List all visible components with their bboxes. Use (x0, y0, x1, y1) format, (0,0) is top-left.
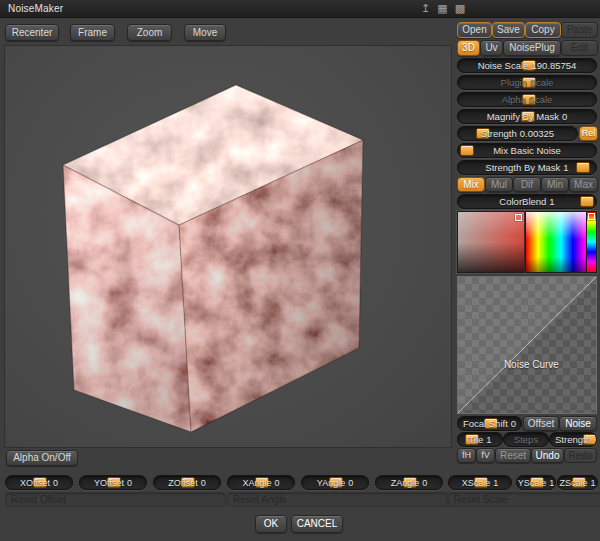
slider-handle[interactable] (460, 145, 474, 156)
strength-by-mask-value: 1 (563, 162, 568, 173)
yoffset-label: YOffset (94, 478, 124, 488)
plugin-scale-slider: Plugin Scale (457, 75, 597, 90)
mode-3d-button[interactable]: 3D (457, 40, 480, 56)
strength-slider[interactable]: Strength 0.00325 (457, 126, 578, 141)
redo-button: Redo (564, 448, 597, 463)
grid-icon[interactable]: ▦ (437, 2, 447, 15)
xangle-slider[interactable]: XAngle 0 (227, 475, 295, 490)
zoffset-label: ZOffset (168, 478, 197, 488)
ok-button[interactable]: OK (255, 515, 287, 533)
yoffset-value: 0 (127, 478, 132, 488)
color-sv-picker[interactable] (457, 211, 525, 273)
noise-preview-cube (5, 46, 451, 448)
focal-shift-value: 0 (511, 418, 516, 429)
colorblend-label: ColorBlend (499, 196, 546, 207)
preview-viewport[interactable] (4, 45, 452, 448)
offset-button[interactable]: Offset (523, 416, 559, 431)
focal-shift-label: Focal Shift (463, 418, 508, 429)
slider-handle[interactable] (576, 162, 590, 173)
mode-uv-button[interactable]: Uv (480, 40, 503, 56)
rel-button[interactable]: Rel (579, 126, 598, 141)
reset-scale-button: Reset Scale (448, 492, 600, 507)
xscale-value: 1 (493, 478, 498, 488)
zangle-slider[interactable]: ZAngle 0 (375, 475, 443, 490)
copy-button[interactable]: Copy (525, 22, 561, 38)
curve-line (458, 277, 596, 413)
curve-strength-slider[interactable]: Strength (549, 432, 597, 447)
flip-v-button[interactable]: fV (476, 448, 495, 463)
blend-max-button[interactable]: Max (569, 177, 598, 192)
xangle-value: 0 (275, 478, 280, 488)
checker-icon[interactable]: ▩ (455, 2, 465, 15)
colorblend-value: 1 (549, 196, 554, 207)
blend-mul-button[interactable]: Mul (485, 177, 513, 192)
zoom-button[interactable]: Zoom (127, 24, 172, 41)
yscale-label: YScale (518, 478, 547, 488)
color-hue-picker[interactable] (525, 211, 597, 273)
undo-button[interactable]: Undo (531, 448, 564, 463)
recenter-button[interactable]: Recenter (5, 24, 59, 41)
zoffset-slider[interactable]: ZOffset 0 (153, 475, 221, 490)
tile-value: 1 (486, 434, 491, 445)
zangle-value: 0 (422, 478, 427, 488)
save-button[interactable]: Save (492, 22, 525, 38)
cancel-button[interactable]: CANCEL (291, 515, 343, 533)
zscale-label: ZScale (559, 478, 587, 488)
titlebar-icon-group: ↥ ▦ ▩ (421, 2, 465, 15)
frame-button[interactable]: Frame (70, 24, 115, 41)
blend-mix-button[interactable]: Mix (457, 177, 485, 192)
colorblend-slider[interactable]: ColorBlend 1 (457, 194, 597, 209)
hue-marker[interactable] (588, 213, 595, 220)
yangle-slider[interactable]: YAngle 0 (301, 475, 369, 490)
mix-basic-noise-slider[interactable]: Mix Basic Noise (457, 143, 597, 158)
steps-label: Steps (514, 434, 538, 445)
yscale-slider[interactable]: YScale 1 (516, 475, 556, 490)
window-titlebar: NoiseMaker (0, 0, 600, 18)
flip-h-button[interactable]: fH (457, 448, 476, 463)
mode-edit-button: Edit (561, 40, 598, 56)
zscale-slider[interactable]: ZScale 1 (557, 475, 598, 490)
paste-button: Paste (561, 22, 598, 38)
steps-slider: Steps (503, 432, 549, 447)
yoffset-slider[interactable]: YOffset 0 (79, 475, 147, 490)
magnify-by-mask-value: 0 (562, 111, 567, 122)
open-button[interactable]: Open (457, 22, 492, 38)
noise-scale-value: 190.85754 (531, 60, 576, 71)
xoffset-label: XOffset (20, 478, 50, 488)
move-button[interactable]: Move (184, 24, 226, 41)
yangle-value: 0 (348, 478, 353, 488)
window-title: NoiseMaker (8, 3, 63, 14)
noise-button[interactable]: Noise (559, 416, 597, 431)
magnify-by-mask-slider[interactable]: Magnify By Mask 0 (457, 109, 597, 124)
alpha-scale-slider: Alpha Scale (457, 92, 597, 107)
xscale-label: XScale (462, 478, 491, 488)
strength-by-mask-slider[interactable]: Strength By Mask 1 (457, 160, 597, 175)
xoffset-slider[interactable]: XOffset 0 (5, 475, 73, 490)
hue-strip[interactable] (586, 212, 596, 272)
zscale-value: 1 (591, 478, 596, 488)
zangle-label: ZAngle (391, 478, 420, 488)
focal-shift-slider[interactable]: Focal Shift 0 (457, 416, 522, 431)
strength-value: 0.00325 (520, 128, 554, 139)
xangle-label: XAngle (242, 478, 271, 488)
noise-curve-editor[interactable]: Noise Curve (457, 276, 597, 414)
color-marker[interactable] (515, 214, 522, 221)
slider-handle[interactable] (580, 196, 594, 207)
alpha-scale-label: Alpha Scale (502, 94, 553, 105)
xoffset-value: 0 (53, 478, 58, 488)
tile-slider[interactable]: Tile 1 (457, 432, 503, 447)
export-icon[interactable]: ↥ (421, 2, 430, 15)
zoffset-value: 0 (201, 478, 206, 488)
xscale-slider[interactable]: XScale 1 (448, 475, 512, 490)
mode-noiseplug-button[interactable]: NoisePlug (503, 40, 561, 56)
noise-curve-label: Noise Curve (504, 359, 559, 370)
blend-dif-button[interactable]: Dif (513, 177, 541, 192)
noise-scale-slider[interactable]: Noise Scale 190.85754 (457, 58, 597, 73)
reset-curve-button[interactable]: Reset (495, 448, 531, 463)
strength-label: Strength (481, 128, 517, 139)
blend-min-button[interactable]: Min (541, 177, 569, 192)
alpha-toggle-button[interactable]: Alpha On/Off (6, 450, 78, 466)
mix-basic-noise-label: Mix Basic Noise (493, 145, 561, 156)
strength-by-mask-label: Strength By Mask (485, 162, 560, 173)
yangle-label: YAngle (317, 478, 345, 488)
